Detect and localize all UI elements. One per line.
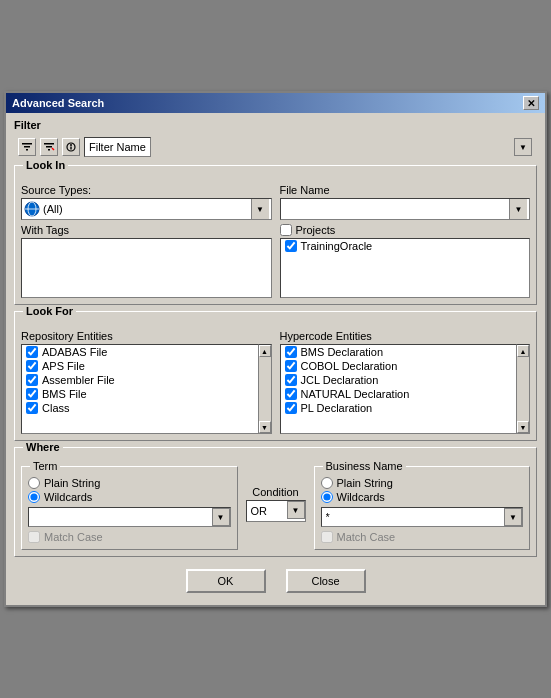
hyper-label-2: JCL Declaration [301,374,379,386]
hyper-check-1[interactable] [285,360,297,372]
where-title: Where [23,441,63,453]
filter-icon-3[interactable] [62,138,80,156]
hyper-scrollbar[interactable]: ▲ ▼ [516,344,530,434]
source-types-wrapper: (All) ▼ [21,198,272,220]
hyper-item-0: BMS Declaration [281,345,517,359]
repo-item-4: Class [22,401,258,415]
bn-wildcards-radio[interactable] [321,491,333,503]
button-bar: OK Close [14,561,537,599]
term-wildcards-radio[interactable] [28,491,40,503]
filter-bar: Filter Name ▼ [14,135,537,159]
term-group: Term Plain String Wildcards [21,466,238,550]
projects-checkbox-label[interactable]: Projects [280,224,531,236]
bn-input[interactable] [321,507,524,527]
hyper-listbox-container: BMS Declaration COBOL Declaration JCL De… [280,344,531,434]
repo-label-1: APS File [42,360,85,372]
filter-name-dropdown[interactable]: Filter Name [84,137,151,157]
repo-scrollbar[interactable]: ▲ ▼ [258,344,272,434]
svg-rect-9 [70,147,71,150]
bn-match-case-label[interactable]: Match Case [321,531,524,543]
repo-label-0: ADABAS File [42,346,107,358]
hyper-label-3: NATURAL Declaration [301,388,410,400]
with-tags-label: With Tags [21,224,272,236]
condition-dropdown[interactable]: OR AND [246,500,306,522]
repo-item-1: APS File [22,359,258,373]
source-types-section: Source Types: (All) ▼ [21,184,272,220]
hyper-sb-up[interactable]: ▲ [517,345,529,357]
repo-label-3: BMS File [42,388,87,400]
svg-rect-2 [26,149,28,151]
look-for-grid: Repository Entities ADABAS File APS File [21,330,530,434]
dialog-title: Advanced Search [12,97,104,109]
filter-icon-2[interactable] [40,138,58,156]
look-for-content: Repository Entities ADABAS File APS File [21,330,530,434]
repo-listbox[interactable]: ADABAS File APS File Assembler File [21,344,258,434]
term-plain-string-radio[interactable] [28,477,40,489]
ok-button[interactable]: OK [186,569,266,593]
file-name-wrapper: ▼ [280,198,531,220]
hyper-entities-label: Hypercode Entities [280,330,531,342]
term-plain-string-text: Plain String [44,477,100,489]
close-button[interactable]: ✕ [523,96,539,110]
hyper-check-3[interactable] [285,388,297,400]
repo-entities-section: Repository Entities ADABAS File APS File [21,330,272,434]
project-checkbox-0[interactable] [285,240,297,252]
source-types-arrow[interactable]: ▼ [251,199,269,219]
look-for-group: Look For Repository Entities ADABAS File [14,311,537,441]
repo-check-2[interactable] [26,374,38,386]
bn-wildcards-label[interactable]: Wildcards [321,491,524,503]
term-match-case-label[interactable]: Match Case [28,531,231,543]
repo-check-1[interactable] [26,360,38,372]
projects-list[interactable]: TrainingOracle [280,238,531,298]
repo-check-4[interactable] [26,402,38,414]
condition-label: Condition [252,486,298,498]
repo-listbox-container: ADABAS File APS File Assembler File [21,344,272,434]
term-section: Term Plain String Wildcards [21,466,238,550]
svg-line-6 [52,148,54,150]
file-name-arrow[interactable]: ▼ [509,199,527,219]
hyper-item-2: JCL Declaration [281,373,517,387]
svg-point-8 [70,144,72,146]
hyper-item-3: NATURAL Declaration [281,387,517,401]
repo-sb-down[interactable]: ▼ [259,421,271,433]
projects-label: Projects [296,224,336,236]
hyper-check-2[interactable] [285,374,297,386]
term-input[interactable] [28,507,231,527]
svg-rect-1 [24,146,30,148]
look-in-content: Source Types: (All) ▼ [21,184,530,298]
filter-icon-1[interactable] [18,138,36,156]
term-match-case-text: Match Case [44,531,103,543]
hyper-listbox[interactable]: BMS Declaration COBOL Declaration JCL De… [280,344,517,434]
title-bar: Advanced Search ✕ [6,93,545,113]
hyper-item-4: PL Declaration [281,401,517,415]
repo-sb-up[interactable]: ▲ [259,345,271,357]
condition-section: Condition OR AND ▼ [246,466,306,522]
project-label-0: TrainingOracle [301,240,373,252]
term-radio-group: Plain String Wildcards [28,477,231,503]
bn-plain-string-radio[interactable] [321,477,333,489]
term-wildcards-label[interactable]: Wildcards [28,491,231,503]
tags-list[interactable] [21,238,272,298]
repo-check-0[interactable] [26,346,38,358]
repo-entities-label: Repository Entities [21,330,272,342]
repo-check-3[interactable] [26,388,38,400]
repo-item-3: BMS File [22,387,258,401]
source-types-label: Source Types: [21,184,272,196]
file-name-section: File Name ▼ [280,184,531,220]
hyper-check-0[interactable] [285,346,297,358]
projects-checkbox[interactable] [280,224,292,236]
term-title: Term [30,460,60,472]
source-types-value: (All) [43,203,251,215]
bn-match-case-checkbox [321,531,333,543]
term-plain-string-label[interactable]: Plain String [28,477,231,489]
close-dialog-button[interactable]: Close [286,569,366,593]
filter-name-wrapper: Filter Name ▼ [84,137,533,157]
hyper-label-0: BMS Declaration [301,346,384,358]
hyper-sb-down[interactable]: ▼ [517,421,529,433]
source-types-display[interactable]: (All) ▼ [21,198,272,220]
hyper-check-4[interactable] [285,402,297,414]
look-for-title: Look For [23,305,76,317]
bn-plain-string-label[interactable]: Plain String [321,477,524,489]
file-name-display[interactable]: ▼ [280,198,531,220]
svg-rect-0 [22,143,32,145]
